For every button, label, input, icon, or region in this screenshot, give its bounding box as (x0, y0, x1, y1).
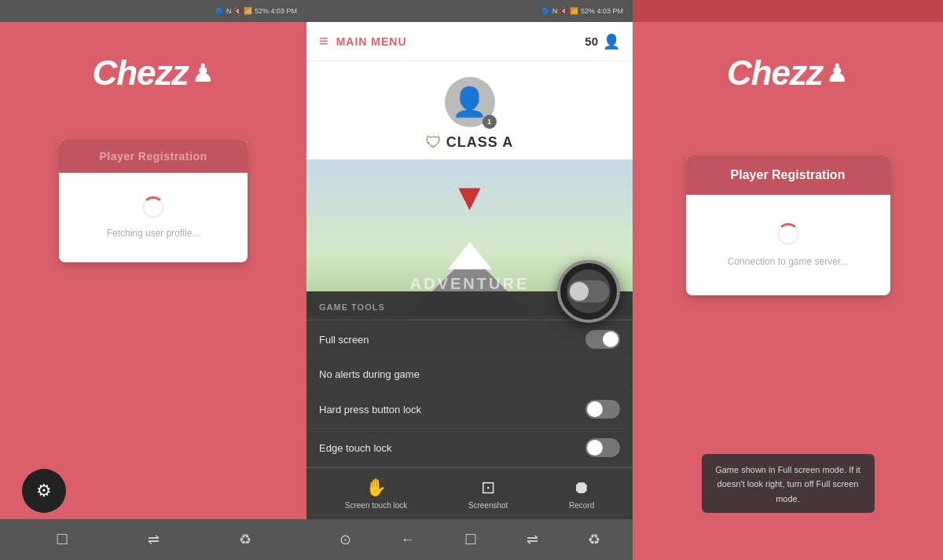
status-text-2: 🔵 N 🔇 📶 52% 4:03 PM (541, 7, 623, 15)
toggle-fullscreen[interactable] (585, 330, 620, 349)
person-icon[interactable]: 👤 (603, 33, 620, 50)
screenlock-label: Screen touch lock (345, 501, 408, 510)
hamburger-icon[interactable]: ≡ (319, 32, 328, 50)
player-reg-header-3: Player Registration (686, 156, 890, 195)
loading-text-1: Fetching user profile... (107, 228, 200, 239)
tool-row-fullscreen: Full screen (306, 320, 633, 359)
loading-spinner-1 (142, 196, 164, 218)
toggle-knob-edge (587, 440, 603, 456)
toggle-edge[interactable] (585, 438, 620, 457)
tool-fullscreen-label: Full screen (319, 334, 369, 346)
tool-row-hard: Hard press button lock (306, 390, 633, 429)
nav-recent-2[interactable]: ♻ (588, 531, 600, 548)
tool-btn-screenshot[interactable]: ⊡ Screenshot (468, 478, 508, 510)
tool-row-alerts: No alerts during game (306, 359, 633, 390)
screen3-body: Chezz ♟ Player Registration Connection t… (633, 22, 943, 560)
screen1-body: Chezz ♟ Player Registration Fetching use… (0, 22, 306, 519)
toggle-hard[interactable] (585, 400, 620, 419)
logo-3: Chezz ♟ (727, 53, 849, 93)
tool-btn-screenlock[interactable]: ✋ Screen touch lock (345, 478, 408, 510)
main-menu-title: MAIN MENU (336, 35, 407, 48)
fab-icon: ⚙ (36, 481, 52, 501)
big-toggle-circle (570, 282, 589, 301)
tooltip-box: Game shown in Full screen mode. If it do… (702, 454, 875, 513)
player-reg-title-3: Player Registration (731, 168, 846, 181)
tool-alerts-label: No alerts during game (319, 368, 420, 380)
screenlock-icon: ✋ (365, 478, 387, 498)
shield-icon: 🛡 (426, 134, 442, 152)
nav-back-2[interactable]: ← (401, 532, 415, 548)
app-bar-right: 50 👤 (585, 33, 620, 50)
logo-1: Chezz ♟ (92, 53, 214, 93)
tool-edge-label: Edge touch lock (319, 442, 392, 454)
profile-section: 👤 1 🛡 CLASS A (306, 61, 633, 159)
big-toggle-knob (568, 280, 609, 302)
tools-bottom: ✋ Screen touch lock ⊡ Screenshot ⏺ Recor… (306, 467, 633, 519)
big-toggle-inner (567, 269, 611, 313)
screen3: Chezz ♟ Player Registration Connection t… (633, 0, 943, 560)
screen2-body: ≡ MAIN MENU 50 👤 👤 1 🛡 CLASS A (306, 22, 633, 519)
tool-hard-label: Hard press button lock (319, 404, 421, 415)
nav-settings-2[interactable]: ⊙ (339, 531, 351, 548)
status-bar-1: 🔵 N 🔇 📶 52% 4:03 PM (0, 0, 306, 22)
status-text-1: 🔵 N 🔇 📶 52% 4:03 PM (215, 7, 297, 15)
class-badge: 🛡 CLASS A (426, 134, 513, 152)
screen2: 🔵 N 🔇 📶 52% 4:03 PM ≡ MAIN MENU 50 👤 👤 1 (306, 0, 633, 560)
nav-back-1[interactable]: ☐ (56, 531, 68, 548)
app-bar-left: ≡ MAIN MENU (319, 32, 407, 50)
toggle-knob-hard (587, 401, 603, 417)
player-reg-body-3: Connection to game server... (686, 195, 890, 295)
nav-home-2[interactable]: ☐ (464, 531, 477, 548)
nav-bar-1: ☐ ⇌ ♻ (0, 519, 306, 560)
player-reg-title-1: Player Registration (99, 150, 207, 163)
down-arrow-icon: ▼ (451, 175, 489, 218)
main-content: 👤 1 🛡 CLASS A ▼ ADVENTURE (306, 61, 633, 519)
screen1: 🔵 N 🔇 📶 52% 4:03 PM Chezz ♟ Player Regis… (0, 0, 306, 560)
nav-bar-2: ⊙ ← ☐ ⇌ ♻ (306, 519, 633, 560)
avatar[interactable]: 👤 1 (445, 77, 495, 127)
nav-switch-2[interactable]: ⇌ (527, 531, 538, 548)
tool-row-edge: Edge touch lock (306, 429, 633, 467)
status-bar-3 (633, 0, 943, 22)
coins-display: 50 (585, 35, 598, 48)
record-label: Record (569, 501, 594, 510)
toggle-knob-fullscreen (603, 331, 618, 347)
app-name-1: Chezz (92, 53, 188, 93)
fab-button[interactable]: ⚙ (22, 469, 66, 513)
player-reg-card-3: Player Registration Connection to game s… (686, 156, 890, 295)
screenshot-label: Screenshot (468, 501, 508, 510)
tool-btn-record[interactable]: ⏺ Record (569, 478, 594, 510)
loading-spinner-3 (777, 223, 799, 245)
mountain-snow (448, 242, 492, 269)
screenshot-icon: ⊡ (481, 478, 495, 498)
record-icon: ⏺ (573, 478, 590, 498)
app-name-3: Chezz (727, 53, 823, 93)
player-reg-header-1: Player Registration (59, 140, 248, 173)
adventure-label: ADVENTURE (410, 275, 529, 293)
game-tools-panel: GAME TOOLS Full screen No alerts during … (306, 291, 633, 519)
tooltip-text: Game shown in Full screen mode. If it do… (715, 465, 860, 503)
player-reg-card-1: Player Registration Fetching user profil… (59, 140, 248, 262)
chess-icon-1: ♟ (192, 58, 215, 88)
status-bar-2: 🔵 N 🔇 📶 52% 4:03 PM (306, 0, 633, 22)
big-toggle[interactable] (557, 260, 620, 323)
chess-icon-3: ♟ (826, 58, 849, 88)
class-label: CLASS A (446, 134, 513, 151)
avatar-person-icon: 👤 (452, 86, 487, 119)
avatar-badge: 1 (483, 115, 497, 129)
nav-recent-1[interactable]: ♻ (239, 531, 251, 548)
player-reg-body-1: Fetching user profile... (59, 173, 248, 262)
nav-home-1[interactable]: ⇌ (148, 531, 160, 548)
app-bar: ≡ MAIN MENU 50 👤 (306, 22, 633, 61)
loading-text-3: Connection to game server... (728, 256, 848, 267)
